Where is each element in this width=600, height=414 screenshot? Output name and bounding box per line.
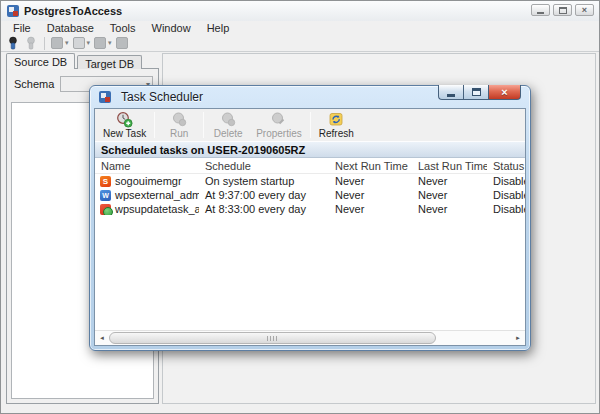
dialog-content: New Task Run	[94, 108, 526, 346]
toolbar-separator	[203, 112, 204, 138]
run-clock-icon	[171, 111, 188, 128]
task-table: Name Schedule Next Run Time Last Run Tim…	[95, 158, 525, 345]
window-title: PostgresToAccess	[24, 5, 122, 17]
chevron-down-icon[interactable]: ▾	[65, 36, 69, 50]
toolbar-separator	[44, 37, 45, 50]
minimize-button[interactable]	[531, 4, 550, 16]
tab-source-db[interactable]: Source DB	[6, 53, 75, 69]
toolbar-group-1: ▾	[51, 36, 69, 50]
menu-window[interactable]: Window	[144, 21, 199, 35]
menu-tools[interactable]: Tools	[102, 21, 144, 35]
column-name[interactable]: Name	[95, 160, 199, 172]
run-button[interactable]: Run	[157, 109, 201, 141]
gray-square-icon[interactable]	[116, 37, 128, 49]
toolbar-group-2: ▾	[73, 36, 91, 50]
table-header-row: Name Schedule Next Run Time Last Run Tim…	[95, 158, 525, 174]
table-row[interactable]: S sogouimemgr On system startup Never Ne…	[95, 174, 525, 188]
task-scheduler-dialog: Task Scheduler ×	[89, 85, 531, 351]
table-row[interactable]: wpsupdatetask_admini... At 8:33:00 every…	[95, 202, 525, 216]
dialog-close-button[interactable]: ×	[488, 85, 521, 100]
task-status: Disabled	[487, 189, 525, 201]
table-row[interactable]: W wpsexternal_administr... At 9:37:00 ev…	[95, 188, 525, 202]
main-toolbar: ▾ ▾ ▾	[1, 35, 599, 52]
task-schedule: At 9:37:00 every day	[199, 189, 329, 201]
gray-square-icon[interactable]	[51, 37, 63, 49]
column-status[interactable]: Status	[487, 160, 525, 172]
properties-button[interactable]: Properties	[250, 109, 308, 141]
maximize-icon	[559, 7, 567, 14]
scrollbar-grip-icon	[267, 336, 278, 341]
minimize-icon	[447, 94, 455, 97]
tab-target-db[interactable]: Target DB	[77, 55, 142, 69]
menu-file[interactable]: File	[5, 21, 39, 35]
task-status: Disabled	[487, 175, 525, 187]
toolbar-separator	[310, 112, 311, 138]
task-next-run: Never	[329, 175, 412, 187]
maximize-button[interactable]	[553, 4, 572, 16]
gray-window-icon[interactable]	[73, 37, 85, 49]
dialog-toolbar: New Task Run	[95, 109, 525, 141]
properties-clock-icon	[270, 111, 287, 128]
refresh-icon	[328, 111, 345, 128]
menu-database[interactable]: Database	[39, 21, 102, 35]
horizontal-scrollbar[interactable]: ◄ ►	[95, 330, 525, 345]
delete-label: Delete	[214, 128, 243, 139]
main-titlebar: PostgresToAccess ×	[1, 1, 599, 21]
delete-clock-icon	[220, 111, 237, 128]
task-last-run: Never	[412, 189, 487, 201]
wps-update-icon	[100, 204, 111, 215]
menu-help[interactable]: Help	[199, 21, 238, 35]
close-button[interactable]: ×	[575, 4, 594, 16]
dialog-maximize-button[interactable]	[463, 85, 488, 100]
close-icon: ×	[501, 87, 507, 98]
column-next-run-time[interactable]: Next Run Time	[329, 160, 412, 172]
dialog-titlebar[interactable]: Task Scheduler ×	[90, 86, 530, 108]
chevron-down-icon[interactable]: ▾	[108, 36, 112, 50]
window-controls: ×	[531, 4, 594, 16]
properties-label: Properties	[256, 128, 302, 139]
column-last-run-time[interactable]: Last Run Time	[412, 160, 487, 172]
schema-label: Schema	[14, 78, 54, 90]
wps-blue-icon: W	[100, 190, 111, 201]
task-name: sogouimemgr	[115, 175, 182, 187]
refresh-label: Refresh	[319, 128, 354, 139]
table-empty-area	[95, 216, 525, 330]
close-icon: ×	[582, 6, 587, 15]
task-last-run: Never	[412, 203, 487, 215]
run-label: Run	[170, 128, 188, 139]
main-window: PostgresToAccess × File Database Tools W…	[0, 0, 600, 414]
chevron-down-icon[interactable]: ▾	[87, 36, 91, 50]
new-task-clock-plus-icon	[116, 111, 133, 128]
dialog-window-controls: ×	[438, 85, 521, 100]
new-task-label: New Task	[103, 128, 146, 139]
task-name: wpsupdatetask_admini...	[115, 203, 199, 215]
refresh-button[interactable]: Refresh	[313, 109, 360, 141]
connect-button[interactable]	[6, 36, 20, 50]
scheduled-tasks-header: Scheduled tasks on USER-20190605RZ	[95, 141, 525, 158]
menubar: File Database Tools Window Help	[1, 21, 599, 35]
scroll-right-arrow-icon[interactable]: ►	[511, 331, 525, 345]
maximize-icon	[472, 88, 481, 96]
delete-button[interactable]: Delete	[206, 109, 250, 141]
task-next-run: Never	[329, 189, 412, 201]
toolbar-separator	[154, 112, 155, 138]
dialog-title: Task Scheduler	[121, 90, 203, 104]
column-schedule[interactable]: Schedule	[199, 160, 329, 172]
gray-square-icon[interactable]	[94, 37, 106, 49]
task-last-run: Never	[412, 175, 487, 187]
toolbar-group-3: ▾	[94, 36, 112, 50]
disconnect-button[interactable]	[24, 36, 38, 50]
sogou-icon: S	[100, 176, 111, 187]
task-schedule: On system startup	[199, 175, 329, 187]
app-icon	[6, 4, 20, 18]
db-tabs: Source DB Target DB	[6, 53, 159, 69]
task-status: Disabled	[487, 203, 525, 215]
minimize-icon	[537, 12, 544, 14]
scrollbar-thumb[interactable]	[109, 332, 436, 344]
new-task-button[interactable]: New Task	[97, 109, 152, 141]
scroll-left-arrow-icon[interactable]: ◄	[95, 331, 109, 345]
task-next-run: Never	[329, 203, 412, 215]
task-scheduler-icon	[98, 90, 112, 104]
dialog-minimize-button[interactable]	[438, 85, 463, 100]
task-name: wpsexternal_administr...	[115, 189, 199, 201]
